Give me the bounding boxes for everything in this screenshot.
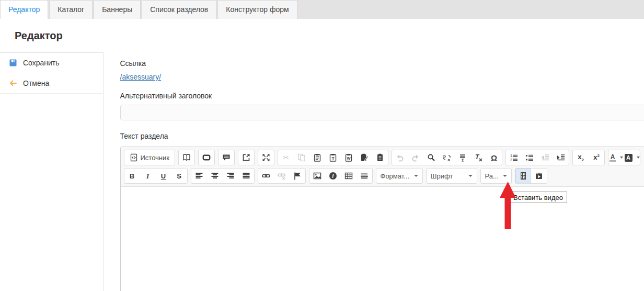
bulleted-list-button[interactable] bbox=[522, 150, 537, 165]
insert-video-embed-button[interactable] bbox=[531, 169, 547, 183]
tab-editor[interactable]: Редактор bbox=[0, 0, 48, 19]
bulleted-list-icon bbox=[525, 153, 534, 162]
remove-format-icon: T bbox=[474, 153, 482, 162]
insert-image-button[interactable] bbox=[309, 169, 325, 183]
magnifier-icon bbox=[427, 153, 435, 162]
maximize-button[interactable] bbox=[258, 150, 274, 165]
superscript-button[interactable]: x2 bbox=[589, 150, 604, 165]
outdent-icon bbox=[541, 153, 549, 162]
toolbar-group: Формат... bbox=[376, 168, 423, 184]
align-right-button[interactable] bbox=[223, 169, 238, 183]
image-icon bbox=[313, 172, 321, 180]
tab-banners[interactable]: Баннеры bbox=[94, 0, 141, 19]
remove-format-button[interactable]: T bbox=[470, 150, 486, 165]
open-window-button[interactable] bbox=[238, 150, 254, 165]
find-button[interactable] bbox=[423, 150, 439, 165]
toolbar-group: Источник bbox=[124, 150, 176, 165]
svg-text:T: T bbox=[331, 156, 335, 161]
text-color-button[interactable]: A bbox=[608, 150, 624, 165]
horizontal-rule-button[interactable] bbox=[356, 169, 372, 183]
templates-button[interactable] bbox=[199, 150, 214, 165]
clipboard-button[interactable] bbox=[372, 150, 388, 165]
strikethrough-button[interactable]: S bbox=[171, 169, 187, 183]
size-select[interactable]: Ра... bbox=[481, 169, 511, 183]
insert-link-button[interactable] bbox=[258, 169, 274, 183]
toolbar-group bbox=[258, 168, 306, 184]
sidebar-item-save[interactable]: Сохранить bbox=[0, 53, 103, 73]
insert-flash-button[interactable]: f bbox=[325, 169, 341, 183]
svg-text:W: W bbox=[347, 156, 351, 161]
numbered-list-button[interactable]: 12 bbox=[506, 150, 522, 165]
strikethrough-icon: S bbox=[177, 173, 181, 180]
size-select-label: Ра... bbox=[485, 172, 499, 180]
underline-button[interactable]: U bbox=[156, 169, 171, 183]
tab-catalog[interactable]: Каталог bbox=[49, 0, 93, 19]
bold-button[interactable]: B bbox=[124, 169, 140, 183]
insert-video-button[interactable] bbox=[515, 169, 531, 183]
link-chain-icon bbox=[262, 172, 270, 180]
svg-text:1: 1 bbox=[510, 154, 512, 158]
replace-button[interactable]: ba bbox=[439, 150, 455, 165]
italic-icon: I bbox=[146, 173, 149, 180]
toolbar-group bbox=[178, 150, 195, 165]
chevron-down-icon bbox=[468, 175, 473, 177]
subscript-button[interactable]: x2 bbox=[573, 150, 589, 165]
special-char-button[interactable]: Ω bbox=[486, 150, 502, 165]
tab-form-builder[interactable]: Конструктор форм bbox=[217, 0, 297, 19]
section-url-link[interactable]: /aksessuary/ bbox=[120, 73, 162, 81]
font-select[interactable]: Шрифт bbox=[427, 169, 477, 183]
alt-title-input[interactable] bbox=[120, 105, 644, 120]
template-box-icon bbox=[202, 153, 211, 162]
align-center-button[interactable] bbox=[207, 169, 223, 183]
paste-text-button[interactable]: T bbox=[325, 150, 341, 165]
toolbar-group: BIUS bbox=[124, 168, 188, 184]
indent-button[interactable] bbox=[553, 150, 569, 165]
clipboard-text-icon: T bbox=[329, 153, 337, 162]
preview-button[interactable] bbox=[179, 150, 194, 165]
bg-color-icon: A bbox=[625, 154, 632, 162]
table-icon bbox=[344, 172, 353, 180]
alt-title-label: Альтернативный заголовок bbox=[120, 92, 644, 100]
sidebar-item-label: Отмена bbox=[23, 79, 49, 87]
underline-icon: U bbox=[161, 173, 166, 180]
page-title: Редактор bbox=[15, 30, 63, 42]
omega-icon: Ω bbox=[491, 154, 497, 162]
back-arrow-icon bbox=[9, 79, 17, 87]
outdent-button bbox=[537, 150, 553, 165]
paste-word-button[interactable]: W bbox=[341, 150, 356, 165]
source-button[interactable]: Источник bbox=[124, 150, 175, 165]
bold-icon: B bbox=[130, 173, 134, 180]
sidebar-item-label: Сохранить bbox=[23, 59, 60, 67]
insert-table-button[interactable] bbox=[341, 169, 356, 183]
undo-arrow-icon bbox=[396, 153, 404, 162]
tab-sections-list[interactable]: Список разделов bbox=[142, 0, 216, 19]
clipboard-icon bbox=[313, 153, 321, 162]
align-center-icon bbox=[211, 172, 219, 180]
svg-text:2: 2 bbox=[510, 158, 512, 162]
italic-button[interactable]: I bbox=[140, 169, 156, 183]
toolbar-group: x2x2 bbox=[572, 150, 605, 165]
justify-icon bbox=[242, 172, 250, 180]
toolbar-group: AA bbox=[608, 150, 640, 165]
sidebar-item-cancel[interactable]: Отмена bbox=[0, 73, 103, 94]
clipboard-pencil-icon bbox=[360, 153, 369, 162]
toolbar-group bbox=[258, 150, 274, 165]
svg-text:a: a bbox=[448, 158, 451, 162]
select-all-button[interactable] bbox=[455, 150, 470, 165]
horizontal-rule-icon bbox=[360, 172, 369, 180]
bg-color-button[interactable]: A bbox=[624, 150, 640, 165]
anchor-button[interactable] bbox=[290, 169, 305, 183]
comment-button[interactable] bbox=[218, 150, 234, 165]
align-left-button[interactable] bbox=[191, 169, 207, 183]
format-select[interactable]: Формат... bbox=[376, 169, 422, 183]
numbered-list-icon: 12 bbox=[510, 153, 518, 162]
align-right-icon bbox=[226, 172, 235, 180]
toolbar-group: f bbox=[309, 168, 373, 184]
format-select-label: Формат... bbox=[381, 172, 410, 180]
source-label: Источник bbox=[141, 154, 170, 162]
font-select-label: Шрифт bbox=[431, 172, 453, 180]
paste-special-button[interactable] bbox=[356, 150, 372, 165]
copy-button bbox=[294, 150, 309, 165]
paste-button[interactable] bbox=[309, 150, 325, 165]
justify-button[interactable] bbox=[238, 169, 254, 183]
